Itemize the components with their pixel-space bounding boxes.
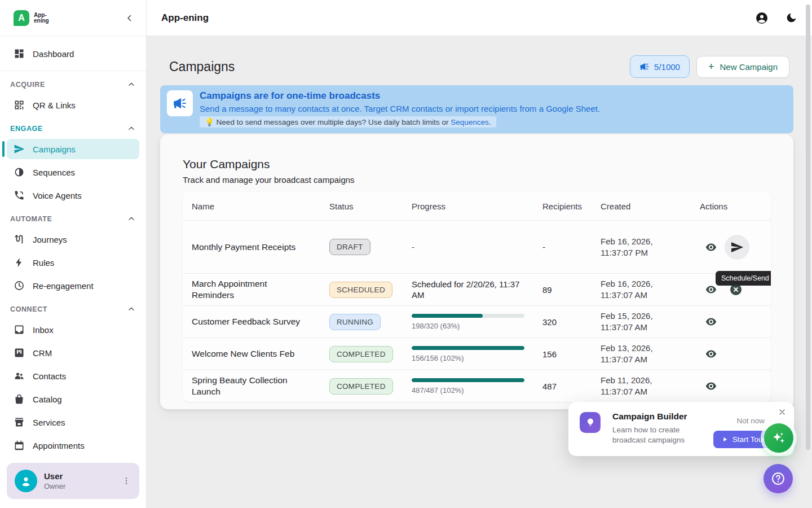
sidebar-item-journeys[interactable]: Journeys (7, 229, 139, 249)
lightning-bolt-icon (14, 257, 25, 268)
app-logo-icon: A (14, 10, 29, 26)
progress-bar-fill (412, 378, 524, 382)
sidebar-item-contacts[interactable]: Contacts (7, 366, 139, 386)
column-header-progress: Progress (403, 192, 533, 220)
column-header-actions: Actions (691, 192, 771, 220)
progress-bar (412, 346, 524, 350)
created-time: 11:37:07 AM (601, 354, 682, 365)
sidebar-item-services[interactable]: Services (7, 412, 139, 432)
chevron-up-icon[interactable] (127, 214, 136, 224)
sidebar-item-re-engagement[interactable]: Re-engagement (7, 275, 139, 296)
progress-label: 487/487 (102%) (412, 386, 524, 395)
status-badge: COMPLETED (329, 378, 393, 395)
sidebar-collapse-icon[interactable] (125, 13, 135, 23)
sidebar-item-sequences[interactable]: Sequences (7, 162, 139, 182)
app-logo[interactable]: A App- ening (14, 10, 49, 26)
sidebar-item-label: Rules (33, 258, 54, 268)
kanban-board-icon (14, 347, 25, 358)
campaign-name: Monthly Payment Receipts (183, 237, 320, 257)
sidebar-item-label: Sequences (33, 168, 75, 177)
table-row: Spring Beauty Collection Launch COMPLETE… (183, 370, 771, 402)
created-date: Feb 15, 2026, (601, 310, 682, 322)
not-now-button[interactable]: Not now (736, 417, 765, 425)
account-icon[interactable] (755, 11, 769, 25)
new-campaign-button[interactable]: + New Campaign (696, 56, 789, 78)
view-campaign-button[interactable] (700, 310, 722, 333)
sidebar-item-inbox[interactable]: Inbox (7, 319, 139, 340)
campaign-usage-badge[interactable]: 5/1000 (630, 55, 690, 78)
schedule-send-tooltip: Schedule/Send (716, 271, 771, 286)
created-cell: Feb 16, 2026, 11:37:07 AM (592, 274, 691, 305)
dark-mode-moon-icon[interactable] (785, 12, 797, 24)
sidebar-item-appointments[interactable]: Appointments (7, 435, 139, 456)
people-icon (14, 370, 25, 382)
journey-route-icon (14, 234, 25, 245)
app-logo-line2: ening (34, 18, 49, 24)
clock-icon (14, 280, 25, 291)
created-time: 11:37:07 AM (601, 322, 682, 333)
sidebar-section-connect: CONNECT (7, 305, 139, 314)
sequences-link[interactable]: Sequences (451, 118, 489, 126)
question-mark-icon (770, 471, 786, 487)
progress-bar (412, 314, 524, 318)
play-icon (722, 436, 728, 443)
schedule-send-button[interactable] (725, 235, 749, 260)
progress-bar-fill (412, 314, 483, 318)
banner-text: Campaigns are for one-time broadcasts Se… (200, 90, 600, 128)
start-tour-label: Start Tour (732, 435, 765, 444)
eye-icon (705, 380, 717, 392)
sidebar-nav: Dashboard ACQUIRE QR & Links ENGAGE Camp… (0, 36, 146, 508)
sidebar-item-label: CRM (33, 348, 52, 358)
more-options-icon[interactable] (121, 476, 131, 486)
sidebar-item-label: Journeys (33, 235, 67, 244)
card-subtitle: Track and manage your broadcast campaign… (183, 175, 771, 185)
sidebar-item-catalog[interactable]: Catalog (7, 389, 139, 409)
actions-cell (691, 306, 771, 338)
sparkles-icon (771, 431, 786, 445)
eye-icon (705, 316, 717, 328)
sidebar-item-rules[interactable]: Rules (7, 252, 139, 273)
banner-megaphone-box (167, 90, 193, 116)
sidebar-item-crm[interactable]: CRM (7, 343, 139, 363)
progress-bar-fill (412, 346, 524, 350)
banner-tip-text: Need to send messages over multiple days… (214, 118, 451, 126)
banner-title: Campaigns are for one-time broadcasts (200, 90, 600, 102)
view-campaign-button[interactable] (700, 375, 722, 397)
close-icon[interactable] (778, 408, 787, 417)
sidebar-item-dashboard[interactable]: Dashboard (7, 43, 139, 64)
campaign-name: March Appointment Reminders (183, 274, 320, 305)
phone-icon (14, 190, 25, 201)
sidebar-item-label: Re-engagement (33, 281, 94, 291)
inbox-icon (14, 324, 25, 335)
view-campaign-button[interactable] (700, 236, 722, 259)
chevron-up-icon[interactable] (127, 124, 136, 133)
recipients-cell: 487 (533, 377, 592, 396)
chevron-up-icon[interactable] (127, 305, 136, 314)
chevron-up-icon[interactable] (127, 80, 136, 89)
created-date: Feb 11, 2026, (601, 375, 682, 386)
sidebar-item-campaigns[interactable]: Campaigns (7, 139, 139, 159)
campaign-builder-popup: Campaign Builder Learn how to create bro… (568, 402, 794, 456)
created-cell: Feb 16, 2026, 11:37:07 PM (592, 231, 691, 263)
megaphone-icon (639, 62, 650, 72)
megaphone-icon (173, 96, 187, 111)
scrollbar-thumb[interactable] (806, 5, 810, 450)
recipients-cell: - (533, 238, 592, 256)
banner-tip-period: . (489, 118, 491, 126)
sidebar-section-engage: ENGAGE (7, 124, 139, 133)
help-fab[interactable] (764, 464, 793, 493)
user-card[interactable]: User Owner (7, 463, 139, 499)
actions-cell: Schedule/Send (691, 230, 771, 264)
send-icon (730, 240, 744, 254)
sidebar-item-qr-links[interactable]: QR & Links (7, 95, 139, 115)
column-header-recipients: Recipients (533, 192, 592, 220)
recipients-cell: 156 (533, 345, 592, 364)
sidebar-item-voice-agents[interactable]: Voice Agents (7, 185, 139, 205)
created-date: Feb 16, 2026, (601, 278, 682, 290)
campaign-name: Spring Beauty Collection Launch (183, 370, 320, 402)
user-avatar (15, 470, 37, 492)
view-campaign-button[interactable] (700, 343, 722, 365)
scrollbar[interactable] (805, 0, 812, 508)
ai-assistant-fab[interactable] (764, 423, 793, 453)
table-row: Welcome New Clients Feb COMPLETED 156/15… (183, 338, 771, 370)
